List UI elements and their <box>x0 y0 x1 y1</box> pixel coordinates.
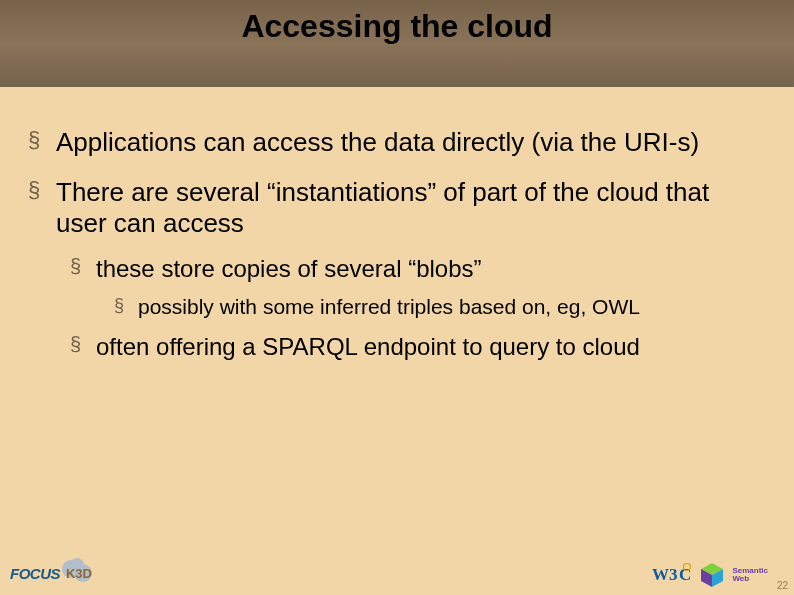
svg-text:W3: W3 <box>652 565 678 584</box>
bullet-text: these store copies of several “blobs” <box>96 255 482 282</box>
slide-footer: FOCUS K3D W3 C <box>0 545 794 595</box>
bullet-level1: Applications can access the data directl… <box>28 127 766 159</box>
k3d-text: K3D <box>66 566 92 581</box>
semantic-web-cube-icon <box>698 561 726 589</box>
k3d-logo: K3D <box>62 559 96 587</box>
slide-content: Applications can access the data directl… <box>0 87 794 362</box>
bullet-level3: possibly with some inferred triples base… <box>114 294 766 320</box>
semantic-web-label: Semantic Web <box>732 567 768 583</box>
page-number: 22 <box>777 580 788 591</box>
bullet-text: There are several “instantiations” of pa… <box>56 177 709 239</box>
focus-brand-text: FOCUS <box>10 565 60 582</box>
page-title: Accessing the cloud <box>241 8 552 45</box>
bullet-level2: these store copies of several “blobs” po… <box>70 254 766 320</box>
footer-logo-right: W3 C Semantic Web <box>652 561 768 589</box>
header-bar: Accessing the cloud <box>0 0 794 87</box>
svg-text:C: C <box>679 565 691 584</box>
footer-logo-left: FOCUS K3D <box>10 559 96 587</box>
w3c-logo: W3 C <box>652 562 692 588</box>
bullet-level2: often offering a SPARQL endpoint to quer… <box>70 332 766 362</box>
sw-label-line2: Web <box>732 575 768 583</box>
bullet-level1: There are several “instantiations” of pa… <box>28 177 766 363</box>
